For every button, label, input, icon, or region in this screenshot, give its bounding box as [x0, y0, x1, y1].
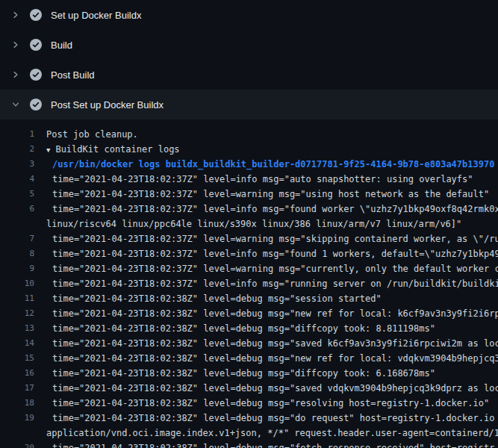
log-line: 8 time="2021-04-23T18:02:37Z" level=info… [0, 246, 498, 261]
line-number[interactable]: 9 [0, 261, 46, 276]
chevron-right-icon [11, 10, 20, 19]
log-command-text: /usr/bin/docker logs buildx_buildkit_bui… [46, 157, 494, 172]
log-group-toggle[interactable]: 2 ▼BuildKit container logs [0, 142, 498, 157]
log-line: 4 time="2021-04-23T18:02:37Z" level=info… [0, 172, 498, 187]
log-text: time="2021-04-23T18:02:38Z" level=debug … [46, 306, 498, 321]
line-number[interactable]: 15 [0, 351, 46, 366]
line-number[interactable]: 4 [0, 172, 46, 187]
log-text: time="2021-04-23T18:02:37Z" level=info m… [46, 172, 473, 187]
line-number[interactable]: 6 [0, 202, 46, 217]
log-text: time="2021-04-23T18:02:37Z" level=warnin… [46, 187, 489, 202]
workflow-steps: Set up Docker Buildx Build Post Build Po… [0, 0, 498, 448]
step-title: Build [51, 40, 72, 51]
chevron-right-icon [11, 40, 20, 49]
line-number[interactable]: 16 [0, 366, 46, 381]
line-number[interactable]: 12 [0, 306, 46, 321]
line-number[interactable]: 13 [0, 321, 46, 336]
log-text: time="2021-04-23T18:02:38Z" level=debug … [46, 291, 382, 306]
log-text: time="2021-04-23T18:02:37Z" level=warnin… [46, 261, 498, 276]
log-line: 17 time="2021-04-23T18:02:38Z" level=deb… [0, 381, 498, 396]
log-line: 12 time="2021-04-23T18:02:38Z" level=deb… [0, 306, 498, 321]
line-number[interactable]: 18 [0, 396, 46, 411]
log-line: 6 time="2021-04-23T18:02:37Z" level=info… [0, 202, 498, 217]
log-line: 10 time="2021-04-23T18:02:37Z" level=inf… [0, 276, 498, 291]
log-line: 14 time="2021-04-23T18:02:38Z" level=deb… [0, 336, 498, 351]
line-number[interactable]: 1 [0, 127, 46, 142]
line-number[interactable]: 19 [0, 411, 46, 426]
line-number[interactable]: 2 [0, 142, 46, 157]
log-text: Post job cleanup. [46, 127, 138, 142]
step-log-output: 1 Post job cleanup. 2 ▼BuildKit containe… [0, 119, 498, 448]
log-text: time="2021-04-23T18:02:38Z" level=debug … [46, 411, 498, 426]
log-line: 7 time="2021-04-23T18:02:37Z" level=warn… [0, 231, 498, 246]
step-set-up-docker-buildx[interactable]: Set up Docker Buildx [0, 0, 498, 30]
line-number[interactable]: 14 [0, 336, 46, 351]
line-number [0, 426, 46, 441]
log-text: application/vnd.oci.image.index.v1+json,… [46, 426, 498, 441]
log-text: time="2021-04-23T18:02:38Z" level=debug … [46, 396, 489, 411]
step-post-build[interactable]: Post Build [0, 60, 498, 90]
success-check-icon [30, 39, 42, 51]
line-number[interactable]: 3 [0, 157, 46, 172]
success-check-icon [30, 9, 42, 21]
log-text: time="2021-04-23T18:02:37Z" level=info m… [46, 276, 498, 291]
group-label: BuildKit container logs [55, 144, 179, 155]
success-check-icon [30, 69, 42, 81]
line-number [0, 217, 46, 231]
log-line: 5 time="2021-04-23T18:02:37Z" level=warn… [0, 187, 498, 202]
line-number[interactable]: 11 [0, 291, 46, 306]
log-line: 20 time="2021-04-23T18:02:38Z" level=deb… [0, 441, 498, 448]
log-line: 19 time="2021-04-23T18:02:38Z" level=deb… [0, 411, 498, 426]
log-text: time="2021-04-23T18:02:37Z" level=info m… [46, 202, 498, 217]
line-number[interactable]: 7 [0, 231, 46, 246]
log-line: 18 time="2021-04-23T18:02:38Z" level=deb… [0, 396, 498, 411]
log-text: time="2021-04-23T18:02:38Z" level=debug … [46, 336, 498, 351]
step-title: Set up Docker Buildx [51, 10, 141, 21]
log-text: time="2021-04-23T18:02:38Z" level=debug … [46, 441, 494, 448]
log-text: time="2021-04-23T18:02:37Z" level=warnin… [46, 231, 498, 246]
log-line-continuation: linux/riscv64 linux/ppc64le linux/s390x … [0, 217, 498, 231]
log-text: ▼BuildKit container logs [46, 142, 180, 157]
log-line: 11 time="2021-04-23T18:02:38Z" level=deb… [0, 291, 498, 306]
log-line-continuation: application/vnd.oci.image.index.v1+json,… [0, 426, 498, 441]
log-line: 9 time="2021-04-23T18:02:37Z" level=warn… [0, 261, 498, 276]
log-line: 1 Post job cleanup. [0, 127, 498, 142]
log-text: time="2021-04-23T18:02:38Z" level=debug … [46, 321, 435, 336]
log-text: time="2021-04-23T18:02:38Z" level=debug … [46, 366, 435, 381]
line-number[interactable]: 5 [0, 187, 46, 202]
log-text: time="2021-04-23T18:02:38Z" level=debug … [46, 381, 498, 396]
line-number[interactable]: 20 [0, 441, 46, 448]
chevron-right-icon [11, 70, 20, 79]
step-build[interactable]: Build [0, 30, 498, 60]
log-line: 16 time="2021-04-23T18:02:38Z" level=deb… [0, 366, 498, 381]
success-check-icon [30, 99, 42, 111]
log-text: time="2021-04-23T18:02:38Z" level=debug … [46, 351, 498, 366]
chevron-down-icon [11, 100, 20, 109]
step-title: Post Set up Docker Buildx [51, 99, 164, 111]
log-line-command: 3 /usr/bin/docker logs buildx_buildkit_b… [0, 157, 498, 172]
step-title: Post Build [51, 69, 95, 81]
log-line: 13 time="2021-04-23T18:02:38Z" level=deb… [0, 321, 498, 336]
line-number[interactable]: 8 [0, 246, 46, 261]
line-number[interactable]: 17 [0, 381, 46, 396]
log-line: 15 time="2021-04-23T18:02:38Z" level=deb… [0, 351, 498, 366]
log-text: time="2021-04-23T18:02:37Z" level=info m… [46, 246, 498, 261]
line-number[interactable]: 10 [0, 276, 46, 291]
log-text: linux/riscv64 linux/ppc64le linux/s390x … [46, 217, 461, 231]
step-post-set-up-docker-buildx[interactable]: Post Set up Docker Buildx [0, 90, 498, 119]
group-expanded-icon[interactable]: ▼ [46, 146, 50, 154]
